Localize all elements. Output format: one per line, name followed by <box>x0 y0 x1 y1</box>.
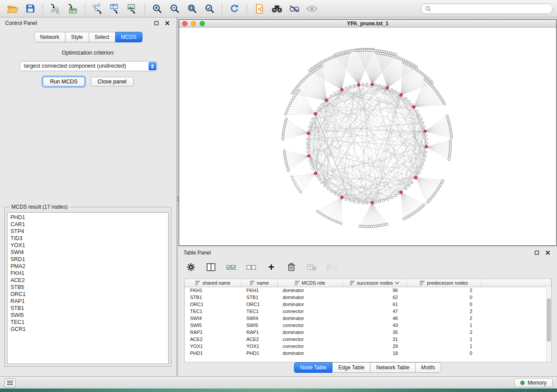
network-window-titlebar[interactable]: YPA_prune.txt_1 <box>179 20 556 28</box>
mcds-result-item[interactable]: FKH1 <box>10 270 168 277</box>
table-cell[interactable]: connector <box>277 308 343 315</box>
column-header-mcds-role[interactable]: MCDS role <box>277 279 343 287</box>
table-cell[interactable]: connector <box>277 343 343 350</box>
table-row[interactable]: SWI5SWI5connector431 <box>185 322 551 329</box>
mcds-result-item[interactable]: STB5 <box>10 284 168 291</box>
export-network-button[interactable] <box>89 2 106 16</box>
close-window-icon[interactable] <box>182 21 187 26</box>
table-row[interactable]: ACE2ACE2connector311 <box>185 336 551 343</box>
table-cell[interactable]: PHD1 <box>241 350 277 357</box>
table-cell[interactable]: 1 <box>407 322 481 329</box>
table-cell[interactable]: 47 <box>343 308 407 315</box>
refresh-button[interactable] <box>226 2 243 16</box>
delete-table-button[interactable] <box>306 261 317 273</box>
table-cell[interactable]: dominator <box>277 329 343 336</box>
table-row[interactable]: FKH1FKH1dominator962 <box>185 287 551 294</box>
table-row[interactable]: YOX1YOX1connector291 <box>185 343 551 350</box>
deselect-all-button[interactable] <box>246 261 257 273</box>
tab-network[interactable]: Network <box>34 32 66 42</box>
column-header-name[interactable]: name <box>241 279 277 287</box>
mcds-result-item[interactable]: STB1 <box>10 305 168 312</box>
show-columns-button[interactable] <box>205 261 217 273</box>
table-cell[interactable]: connector <box>277 322 343 329</box>
maximize-window-icon[interactable] <box>200 21 205 26</box>
table-cell[interactable]: connector <box>277 336 343 343</box>
table-cell[interactable]: SWI5 <box>241 322 277 329</box>
table-cell[interactable]: ORC1 <box>185 301 241 308</box>
save-session-button[interactable] <box>22 2 38 16</box>
mcds-result-item[interactable]: CAR1 <box>10 221 168 228</box>
export-image-button[interactable] <box>124 2 141 16</box>
mcds-result-list[interactable]: PHD1CAR1STP4TID3YOX1SWI4SRD1PMA2FKH1ACE2… <box>7 212 169 364</box>
mcds-result-item[interactable]: TID3 <box>10 235 168 242</box>
table-cell[interactable]: 1 <box>407 343 481 350</box>
task-history-button[interactable] <box>4 378 16 387</box>
search-box[interactable] <box>421 3 553 14</box>
table-cell[interactable]: PHD1 <box>185 350 241 357</box>
column-header-predecessor-nodes[interactable]: predecessor nodes <box>407 279 481 287</box>
import-network-button[interactable] <box>47 2 63 16</box>
table-cell[interactable]: STB1 <box>185 294 241 301</box>
function-builder-button[interactable]: f(x) <box>326 261 337 273</box>
table-cell[interactable]: 1 <box>407 336 481 343</box>
open-session-button[interactable] <box>4 2 21 16</box>
table-cell[interactable]: dominator <box>277 350 343 357</box>
table-row[interactable]: PHD1PHD1dominator180 <box>185 350 551 357</box>
tab-style[interactable]: Style <box>66 32 89 42</box>
toggle-birds-eye-button[interactable] <box>304 2 320 16</box>
table-scrollbar[interactable] <box>546 287 551 362</box>
column-header-successor-nodes[interactable]: successor nodes <box>343 279 407 287</box>
search-input[interactable] <box>434 6 548 12</box>
toggle-graphics-details-button[interactable] <box>286 2 303 16</box>
zoom-in-button[interactable] <box>149 2 166 16</box>
mcds-result-item[interactable]: STP4 <box>10 228 168 235</box>
table-row[interactable]: SWI4SWI4dominator462 <box>185 315 551 322</box>
import-table-button[interactable] <box>64 2 81 16</box>
table-cell[interactable]: 2 <box>407 308 481 315</box>
table-cell[interactable]: dominator <box>277 301 343 308</box>
table-cell[interactable]: YOX1 <box>185 343 241 350</box>
mcds-result-item[interactable]: PMA2 <box>10 263 168 270</box>
table-cell[interactable]: dominator <box>277 315 343 322</box>
table-cell[interactable]: ACE2 <box>185 336 241 343</box>
clone-network-button[interactable] <box>251 2 268 16</box>
mcds-result-item[interactable]: PHD1 <box>10 214 168 221</box>
memory-button[interactable]: Memory <box>514 378 553 387</box>
table-cell[interactable]: 35 <box>343 329 407 336</box>
tab-select[interactable]: Select <box>89 32 115 42</box>
table-cell[interactable]: TEC1 <box>241 308 277 315</box>
table-row[interactable]: STB1STB1dominator620 <box>185 294 551 301</box>
column-header-shared-name[interactable]: shared name <box>185 279 241 287</box>
table-cell[interactable]: STB1 <box>241 294 277 301</box>
table-row[interactable]: RAP1RAP1dominator352 <box>185 329 551 336</box>
mcds-result-item[interactable]: GCR1 <box>10 326 168 333</box>
table-cell[interactable]: 62 <box>343 294 407 301</box>
select-all-button[interactable] <box>225 261 237 273</box>
mcds-result-item[interactable]: SWI4 <box>10 249 168 256</box>
table-cell[interactable]: 61 <box>343 301 407 308</box>
table-cell[interactable]: ACE2 <box>241 336 277 343</box>
float-panel-icon[interactable] <box>152 19 160 27</box>
table-cell[interactable]: 43 <box>343 322 407 329</box>
minimize-window-icon[interactable] <box>191 21 196 26</box>
table-cell[interactable]: 0 <box>407 301 481 308</box>
mcds-result-item[interactable]: SWI5 <box>10 312 168 319</box>
export-table-button[interactable] <box>107 2 123 16</box>
table-cell[interactable]: dominator <box>277 287 343 294</box>
mcds-result-item[interactable]: ORC1 <box>10 291 168 298</box>
table-cell[interactable]: 2 <box>407 287 481 294</box>
table-cell[interactable]: 18 <box>343 350 407 357</box>
zoom-out-button[interactable] <box>166 2 183 16</box>
close-table-panel-icon[interactable] <box>544 249 552 257</box>
table-cell[interactable]: FKH1 <box>241 287 277 294</box>
close-panel-button[interactable]: Close panel <box>91 77 134 86</box>
table-cell[interactable]: 0 <box>407 294 481 301</box>
tab-mcds[interactable]: MCDS <box>115 32 142 42</box>
mcds-result-item[interactable]: TEC1 <box>10 319 168 326</box>
first-neighbors-button[interactable] <box>269 2 285 16</box>
table-cell[interactable]: 46 <box>343 315 407 322</box>
table-cell[interactable]: RAP1 <box>185 329 241 336</box>
delete-column-button[interactable] <box>286 261 297 273</box>
tab-node-table[interactable]: Node Table <box>294 362 333 373</box>
add-column-button[interactable]: + <box>266 261 277 273</box>
